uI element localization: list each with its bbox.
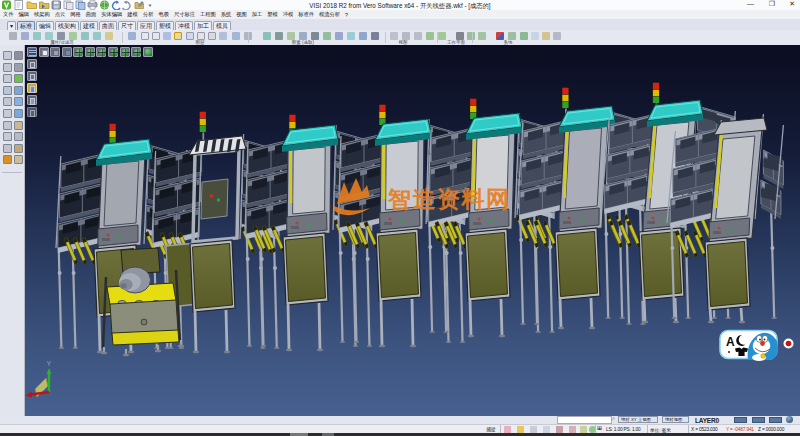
svg-text:Y: Y (47, 360, 52, 367)
svg-text:A: A (726, 335, 735, 349)
svg-text:智造资料网: 智造资料网 (387, 186, 511, 212)
